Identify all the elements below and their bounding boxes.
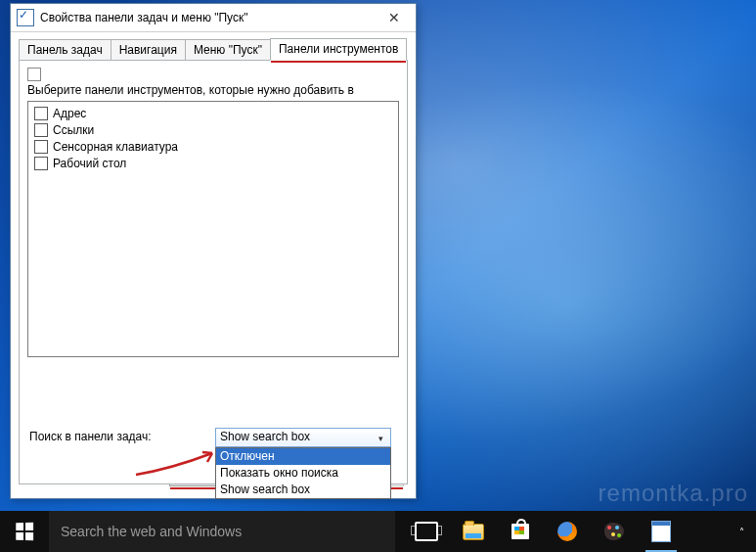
taskbar-search-box[interactable]: Search the web and Windows <box>49 511 395 552</box>
search-mode-combobox[interactable]: Show search box ▾ <box>215 428 391 447</box>
chevron-up-icon: ˄ <box>739 527 744 537</box>
search-mode-dropdown: Отключен Показать окно поиска Show searc… <box>215 447 391 499</box>
firefox-button[interactable] <box>544 511 591 552</box>
store-button[interactable] <box>497 511 544 552</box>
windows-logo-icon <box>16 523 33 540</box>
taskbar-spacer <box>685 511 727 552</box>
instruction-text: Выберите панели инструментов, которые ну… <box>27 83 399 99</box>
watermark-text: remontka.pro <box>599 480 748 507</box>
dialog-body: Панель задач Навигация Меню "Пуск" Панел… <box>11 32 416 498</box>
tab-toolbars[interactable]: Панели инструментов <box>270 38 407 61</box>
titlebar[interactable]: Свойства панели задач и меню "Пуск" ✕ <box>11 4 416 32</box>
tab-label: Панель задач <box>27 43 103 57</box>
tab-label: Навигация <box>119 43 177 57</box>
list-item-label: Ссылки <box>53 123 94 137</box>
checkbox[interactable] <box>34 123 48 137</box>
list-item-label: Рабочий стол <box>53 157 126 170</box>
unknown-checkbox[interactable] <box>27 68 41 81</box>
search-on-taskbar-label: Поиск в панели задач: <box>29 428 215 443</box>
tab-label: Панели инструментов <box>279 42 398 56</box>
checkbox[interactable] <box>34 157 48 170</box>
tab-taskbar[interactable]: Панель задач <box>19 39 111 60</box>
search-mode-combo-wrap: Show search box ▾ Отключен Показать окно… <box>215 428 391 447</box>
store-icon <box>511 524 529 539</box>
firefox-icon <box>557 522 577 541</box>
dialog-icon <box>17 9 34 26</box>
file-explorer-button[interactable] <box>450 511 497 552</box>
annotation-underline <box>271 61 406 63</box>
list-item[interactable]: Адрес <box>34 106 392 121</box>
paint-button[interactable] <box>591 511 638 552</box>
system-tray: ˄ <box>727 511 756 552</box>
task-view-icon <box>415 522 438 541</box>
tab-start-menu[interactable]: Меню "Пуск" <box>185 39 271 60</box>
taskbar-properties-dialog: Свойства панели задач и меню "Пуск" ✕ Па… <box>10 3 417 499</box>
list-item[interactable]: Ссылки <box>34 122 392 138</box>
palette-icon <box>604 523 624 540</box>
dropdown-option-disabled[interactable]: Отключен <box>216 448 390 465</box>
tab-label: Меню "Пуск" <box>194 43 262 57</box>
list-item-label: Адрес <box>53 107 86 120</box>
checkbox[interactable] <box>34 107 48 120</box>
list-item[interactable]: Сенсорная клавиатура <box>34 139 392 155</box>
close-button[interactable]: ✕ <box>373 4 416 31</box>
toolbars-listbox[interactable]: Адрес Ссылки Сенсорная клавиатура Рабочи… <box>27 101 399 357</box>
folder-icon <box>463 524 484 540</box>
tray-overflow-button[interactable]: ˄ <box>733 523 750 540</box>
document-icon <box>651 521 671 542</box>
tab-panel-toolbars: Выберите панели инструментов, которые ну… <box>19 60 408 484</box>
tab-navigation[interactable]: Навигация <box>111 39 186 60</box>
task-view-button[interactable] <box>403 511 450 552</box>
tab-strip: Панель задач Навигация Меню "Пуск" Панел… <box>19 38 408 60</box>
dropdown-option-show-window[interactable]: Показать окно поиска <box>216 465 390 482</box>
list-item-label: Сенсорная клавиатура <box>53 140 178 154</box>
search-on-taskbar-row: Поиск в панели задач: Show search box ▾ … <box>29 428 391 447</box>
dialog-title: Свойства панели задач и меню "Пуск" <box>40 11 373 24</box>
list-item[interactable]: Рабочий стол <box>34 156 392 171</box>
close-icon: ✕ <box>388 10 400 25</box>
checkbox[interactable] <box>34 140 48 154</box>
search-placeholder-text: Search the web and Windows <box>61 524 242 539</box>
annotation-arrow <box>132 449 225 477</box>
dropdown-option-show-box[interactable]: Show search box <box>216 482 390 498</box>
taskbar: Search the web and Windows ˄ <box>0 511 756 552</box>
start-button[interactable] <box>0 511 49 552</box>
task-icons <box>403 511 685 552</box>
notepad-button[interactable] <box>638 511 685 552</box>
combo-selected-text: Show search box <box>220 430 310 443</box>
chevron-down-icon: ▾ <box>374 431 388 445</box>
